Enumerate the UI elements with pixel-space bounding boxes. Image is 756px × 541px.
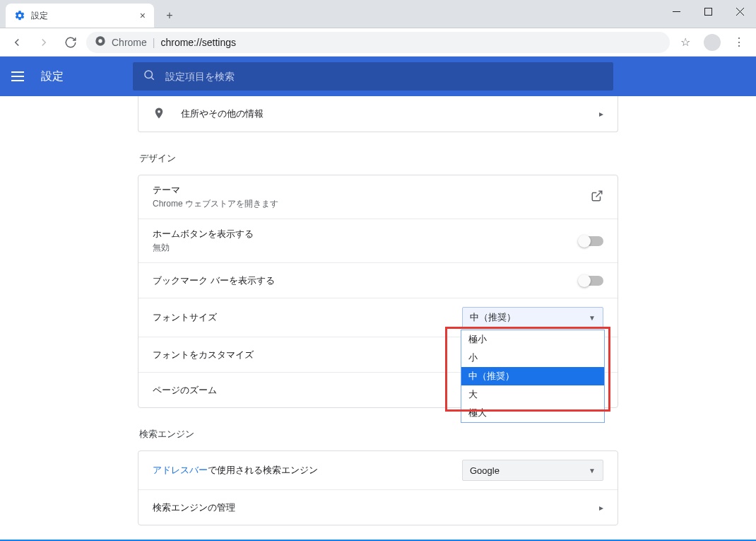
manage-search-engines-label: 検索エンジンの管理 bbox=[153, 501, 235, 514]
home-button-sub: 無効 bbox=[153, 242, 254, 254]
font-size-dropdown[interactable]: 極小 小 中（推奨） 大 極大 bbox=[461, 330, 605, 423]
font-size-row: フォントサイズ 中（推奨） ▼ 極小 小 中（推奨） 大 極大 bbox=[138, 298, 618, 337]
svg-line-8 bbox=[596, 191, 602, 197]
font-size-select[interactable]: 中（推奨） ▼ bbox=[462, 307, 603, 328]
page-title: 設定 bbox=[41, 69, 64, 84]
profile-avatar[interactable] bbox=[701, 31, 723, 54]
search-engine-selected: Google bbox=[470, 465, 500, 476]
browser-tab[interactable]: 設定 × bbox=[6, 4, 154, 28]
address-info-row[interactable]: 住所やその他の情報 ▸ bbox=[138, 96, 618, 132]
hamburger-icon[interactable] bbox=[11, 71, 28, 81]
omnibox-url: chrome://settings bbox=[160, 37, 236, 48]
chrome-logo-icon bbox=[95, 35, 106, 49]
location-pin-icon bbox=[153, 107, 167, 122]
tab-title: 設定 bbox=[31, 10, 48, 22]
settings-viewport[interactable]: 住所やその他の情報 ▸ デザイン テーマ Chrome ウェブストアを開きます bbox=[0, 96, 756, 540]
forward-button[interactable] bbox=[33, 31, 55, 54]
search-icon bbox=[143, 69, 155, 84]
search-engine-link[interactable]: アドレスバー bbox=[153, 465, 208, 475]
chrome-menu-icon[interactable]: ⋮ bbox=[728, 31, 750, 54]
open-external-icon bbox=[591, 190, 603, 204]
bookmark-star-icon[interactable]: ☆ bbox=[674, 31, 697, 54]
font-size-label: フォントサイズ bbox=[153, 311, 217, 324]
font-size-selected: 中（推奨） bbox=[470, 311, 516, 324]
manage-search-engines-row[interactable]: 検索エンジンの管理 ▸ bbox=[138, 489, 618, 525]
bookmark-bar-label: ブックマーク バーを表示する bbox=[153, 274, 275, 287]
back-button[interactable] bbox=[6, 31, 28, 54]
font-size-option[interactable]: 極小 bbox=[461, 330, 604, 349]
chevron-right-icon: ▸ bbox=[599, 503, 603, 513]
close-icon[interactable]: × bbox=[140, 10, 146, 21]
svg-point-6 bbox=[145, 71, 153, 78]
omnibox-label: Chrome bbox=[112, 37, 147, 48]
section-title-design: デザイン bbox=[139, 152, 618, 165]
home-button-toggle[interactable] bbox=[579, 236, 603, 246]
chevron-down-icon: ▼ bbox=[589, 314, 596, 322]
search-engine-suffix: で使用される検索エンジン bbox=[208, 465, 318, 475]
svg-line-7 bbox=[151, 77, 153, 79]
chevron-right-icon: ▸ bbox=[599, 109, 603, 119]
bookmark-bar-toggle[interactable] bbox=[579, 276, 603, 286]
maximize-button[interactable] bbox=[692, 0, 724, 23]
theme-row[interactable]: テーマ Chrome ウェブストアを開きます bbox=[138, 175, 618, 219]
home-button-row[interactable]: ホームボタンを表示する 無効 bbox=[138, 219, 618, 262]
chevron-down-icon: ▼ bbox=[589, 467, 596, 475]
omnibox[interactable]: Chrome | chrome://settings bbox=[86, 32, 670, 53]
theme-label: テーマ bbox=[153, 184, 278, 197]
font-size-option[interactable]: 小 bbox=[461, 349, 604, 367]
svg-point-5 bbox=[98, 39, 102, 42]
gear-icon bbox=[14, 10, 25, 21]
address-info-label: 住所やその他の情報 bbox=[181, 107, 264, 120]
home-button-label: ホームボタンを表示する bbox=[153, 228, 254, 240]
search-engine-select[interactable]: Google ▼ bbox=[462, 460, 603, 481]
new-tab-button[interactable]: + bbox=[160, 6, 179, 25]
settings-search-input[interactable] bbox=[165, 71, 603, 82]
font-size-option[interactable]: 極大 bbox=[461, 404, 604, 422]
reload-button[interactable] bbox=[59, 31, 82, 54]
section-title-search: 検索エンジン bbox=[139, 428, 618, 441]
svg-rect-1 bbox=[705, 8, 712, 15]
search-engine-row: アドレスバーで使用される検索エンジン Google ▼ bbox=[138, 451, 618, 489]
theme-sub: Chrome ウェブストアを開きます bbox=[153, 198, 278, 210]
minimize-button[interactable] bbox=[661, 0, 692, 23]
font-size-option-selected[interactable]: 中（推奨） bbox=[461, 367, 604, 385]
bookmark-bar-row[interactable]: ブックマーク バーを表示する bbox=[138, 262, 618, 298]
custom-fonts-label: フォントをカスタマイズ bbox=[153, 349, 254, 361]
page-zoom-label: ページのズーム bbox=[153, 384, 217, 397]
font-size-option[interactable]: 大 bbox=[461, 385, 604, 404]
window-close-button[interactable] bbox=[724, 0, 756, 23]
settings-search[interactable] bbox=[133, 62, 613, 91]
